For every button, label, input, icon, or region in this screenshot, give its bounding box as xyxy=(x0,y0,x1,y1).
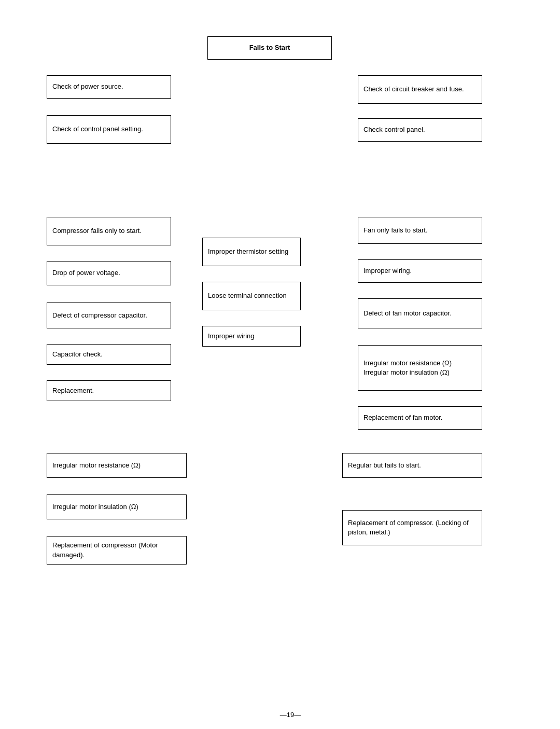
defect-compressor-capacitor-box: Defect of compressor capacitor. xyxy=(47,302,171,328)
irregular-motor-right-box: Irregular motor resistance (Ω)Irregular … xyxy=(358,345,482,391)
check-power-source-box: Check of power source. xyxy=(47,75,171,99)
irregular-motor-insulation-left-box: Irregular motor insulation (Ω) xyxy=(47,494,187,519)
replacement-compressor-damaged-box: Replacement of compressor (Motor damaged… xyxy=(47,536,187,565)
check-control-panel-setting-box: Check of control panel setting. xyxy=(47,115,171,144)
fails-to-start-box: Fails to Start xyxy=(207,36,332,60)
replacement-fan-motor-box: Replacement of fan motor. xyxy=(358,406,482,430)
improper-wiring-fan-box: Improper wiring. xyxy=(358,259,482,283)
page: Fails to Start Check of power source. Ch… xyxy=(0,0,560,729)
loose-terminal-box: Loose terminal connection xyxy=(202,282,301,310)
regular-but-fails-box: Regular but fails to start. xyxy=(342,453,482,478)
page-number: —19— xyxy=(10,711,560,719)
capacitor-check-box: Capacitor check. xyxy=(47,344,171,365)
check-control-panel-box: Check control panel. xyxy=(358,118,482,142)
irregular-motor-right-text: Irregular motor resistance (Ω)Irregular … xyxy=(363,359,452,377)
defect-fan-motor-box: Defect of fan motor capacitor. xyxy=(358,298,482,328)
irregular-motor-resistance-left-box: Irregular motor resistance (Ω) xyxy=(47,453,187,478)
improper-thermistor-box: Improper thermistor setting xyxy=(202,238,301,266)
improper-wiring-mid-box: Improper wiring xyxy=(202,326,301,347)
compressor-fails-box: Compressor fails only to start. xyxy=(47,217,171,245)
replacement-compressor-locking-box: Replacement of compressor. (Locking of p… xyxy=(342,510,482,545)
drop-power-voltage-box: Drop of power voltage. xyxy=(47,261,171,285)
fan-fails-box: Fan only fails to start. xyxy=(358,217,482,244)
replacement-box: Replacement. xyxy=(47,380,171,401)
check-circuit-breaker-box: Check of circuit breaker and fuse. xyxy=(358,75,482,104)
